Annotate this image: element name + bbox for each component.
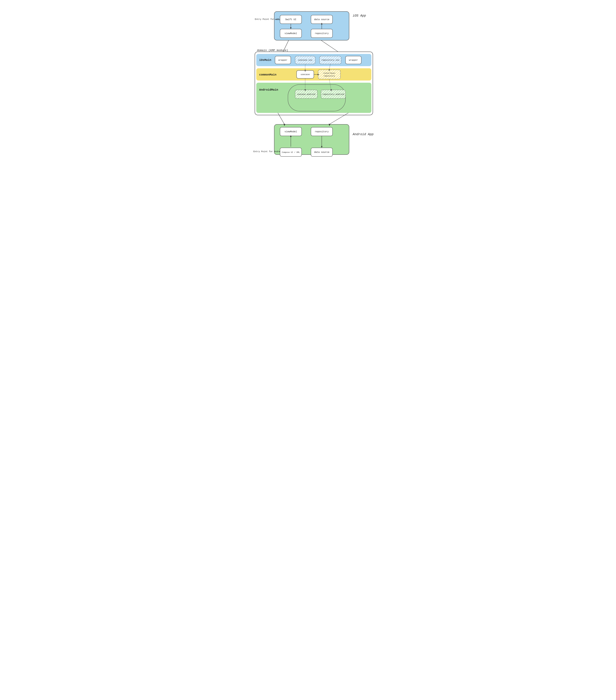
ios-data-source-label: data source [314,18,329,21]
repository-ios-label: repository.ios [321,59,339,61]
ios-entry-label: Entry Point for iOS [255,18,280,21]
commonmain-label: commonMain [259,73,276,76]
android-app-label: Android App [353,133,373,136]
android-viewmodel-label: viewModel [284,130,297,133]
svg-rect-23 [318,70,341,79]
android-entry-label: Entry Point for Android [254,150,283,153]
diagram-container: iOS App Entry Point for iOS Swift UI dat… [243,4,373,174]
repository-android-label: repository.android [322,93,344,96]
androidmain-label: AndroidMain [259,88,278,91]
ios-wrapper-left-label: wrapper [278,59,287,61]
ios-app-label: iOS App [353,14,366,17]
interface-repo-label1: <interface> [323,72,335,74]
iosmain-label: iOsMain [259,58,271,62]
swift-ui-label: Swift UI [285,18,296,21]
compose-ui-label: Compose UI / XML [282,151,300,153]
ios-viewmodel-label: viewModel [284,32,297,35]
usecase-android-label: usecase.android [297,93,315,96]
common-usecase-label: usecase [300,73,310,76]
android-data-source-label: data source [314,151,329,153]
android-repository-label: repository [315,130,329,133]
usecase-ios-label: usecase.ios [298,59,312,61]
ios-wrapper-right-label: wrapper [349,59,358,61]
domain-label: domain (KMP module) [257,49,288,52]
ios-repository-label: repository [315,32,329,35]
main-diagram-svg: iOS App Entry Point for iOS Swift UI dat… [252,10,376,168]
interface-repo-label2: repository [323,75,335,77]
